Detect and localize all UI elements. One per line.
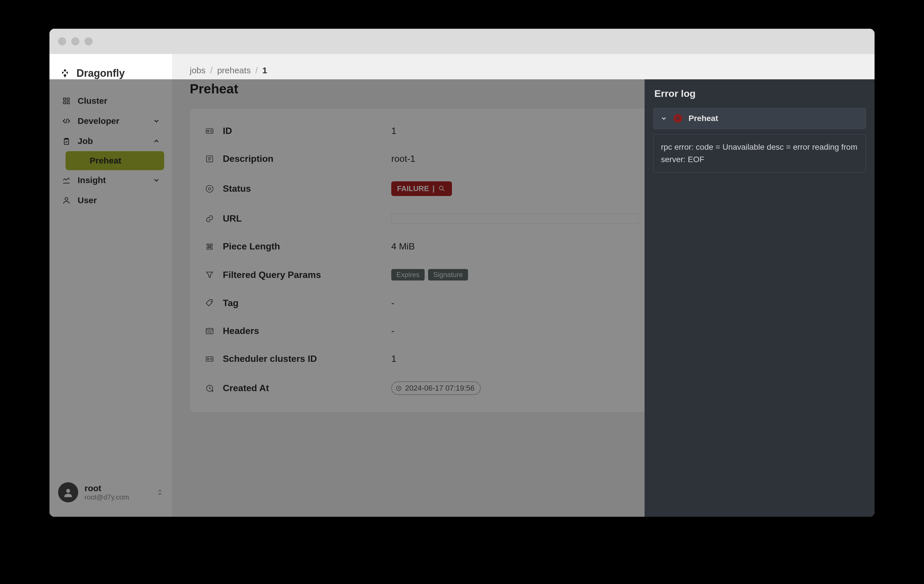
field-label: Tag [223, 298, 239, 308]
sidebar-item-job[interactable]: Job [58, 131, 164, 151]
field-label: URL [223, 213, 242, 224]
panel-section-header[interactable]: Preheat [653, 108, 866, 129]
cluster-icon [61, 96, 71, 106]
sidebar-item-user[interactable]: User [58, 190, 164, 210]
url-redacted [391, 214, 639, 224]
field-label: Piece Length [223, 241, 280, 252]
svg-point-6 [208, 188, 211, 190]
crumb-current: 1 [262, 66, 267, 75]
crumb-sep: / [255, 66, 257, 75]
user-icon [61, 195, 71, 205]
chevron-down-icon [153, 117, 160, 125]
breadcrumb: jobs / preheats / 1 [190, 66, 857, 75]
code-icon [61, 116, 71, 126]
chip-expires: Expires [391, 269, 425, 280]
updown-icon[interactable] [156, 488, 163, 496]
sidebar-item-label: User [78, 195, 97, 205]
sidebar-item-label: Insight [78, 175, 106, 185]
chevron-up-icon [153, 137, 160, 145]
titlebar [50, 29, 874, 54]
user-email: root@d7y.com [84, 493, 129, 501]
sidebar: Dragonfly Cluster Developer [50, 54, 173, 517]
traffic-close[interactable] [58, 37, 66, 45]
status-icon [205, 184, 215, 194]
sidebar-item-label: Job [78, 136, 93, 146]
window: Dragonfly Cluster Developer [50, 29, 874, 517]
clock-icon [205, 383, 215, 393]
timestamp-text: 2024-06-17 07:19:56 [405, 384, 474, 393]
chip-signature: Signature [428, 269, 468, 280]
sidebar-item-label: Preheat [90, 156, 121, 165]
svg-point-12 [207, 358, 209, 360]
clock-small-icon [395, 385, 402, 392]
user-name: root [84, 483, 129, 493]
magnify-icon [438, 185, 446, 193]
sidebar-footer: root root@d7y.com [50, 477, 172, 511]
svg-text:http: http [207, 330, 211, 333]
field-label: ID [223, 125, 232, 136]
panel-section-label: Preheat [688, 114, 718, 123]
field-label: Status [223, 183, 251, 194]
svg-point-8 [210, 301, 211, 302]
svg-point-1 [66, 489, 70, 493]
field-label: Created At [223, 383, 269, 393]
field-value: 1 [391, 125, 396, 136]
app-body: Dragonfly Cluster Developer [50, 54, 874, 517]
crumb-jobs[interactable]: jobs [190, 66, 206, 75]
headers-icon: http [205, 326, 215, 336]
svg-point-0 [65, 198, 68, 200]
traffic-minimize[interactable] [71, 37, 79, 45]
sidebar-item-insight[interactable]: Insight [58, 170, 164, 190]
field-value: 1 [391, 353, 396, 364]
logo[interactable]: Dragonfly [50, 62, 172, 91]
status-badge[interactable]: FAILURE | [391, 181, 452, 196]
description-icon [205, 154, 215, 164]
id-icon [205, 126, 215, 136]
sidebar-item-developer[interactable]: Developer [58, 111, 164, 131]
piece-icon [205, 241, 215, 252]
chevron-down-icon [660, 115, 667, 122]
id-icon [205, 354, 215, 364]
error-icon [673, 114, 682, 123]
avatar[interactable] [58, 482, 78, 502]
nav: Cluster Developer Job [50, 91, 172, 210]
svg-point-5 [206, 185, 213, 192]
panel-message: rpc error: code = Unavailable desc = err… [653, 134, 866, 172]
traffic-zoom[interactable] [84, 37, 92, 45]
field-value: - [391, 326, 394, 336]
field-value: root-1 [391, 153, 416, 164]
tag-icon [205, 298, 215, 308]
crumb-sep: / [210, 66, 213, 75]
sidebar-item-label: Developer [78, 116, 119, 126]
field-label: Description [223, 153, 274, 164]
chevron-down-icon [153, 177, 160, 184]
field-label: Filtered Query Params [223, 270, 321, 280]
filter-icon [205, 270, 215, 280]
crumb-preheats[interactable]: preheats [217, 66, 251, 75]
panel-title: Error log [653, 88, 866, 99]
insight-icon [61, 175, 71, 185]
status-sep: | [432, 184, 434, 193]
sidebar-item-label: Cluster [78, 96, 107, 106]
clipboard-icon [61, 136, 71, 146]
link-icon [205, 214, 215, 224]
status-text: FAILURE [397, 184, 429, 193]
svg-point-7 [439, 186, 443, 190]
dragonfly-icon [59, 68, 71, 79]
logo-text: Dragonfly [76, 67, 125, 79]
field-value: 4 MiB [391, 241, 415, 252]
svg-point-3 [207, 130, 209, 132]
sidebar-item-preheat[interactable]: Preheat [66, 151, 164, 170]
field-value: - [391, 298, 394, 308]
field-label: Scheduler clusters ID [223, 353, 317, 364]
error-log-panel: Error log Preheat rpc error: code = Unav… [645, 79, 874, 517]
timestamp-pill: 2024-06-17 07:19:56 [391, 381, 481, 395]
field-label: Headers [223, 326, 259, 336]
user-info: root root@d7y.com [84, 483, 129, 501]
sidebar-item-cluster[interactable]: Cluster [58, 91, 164, 111]
